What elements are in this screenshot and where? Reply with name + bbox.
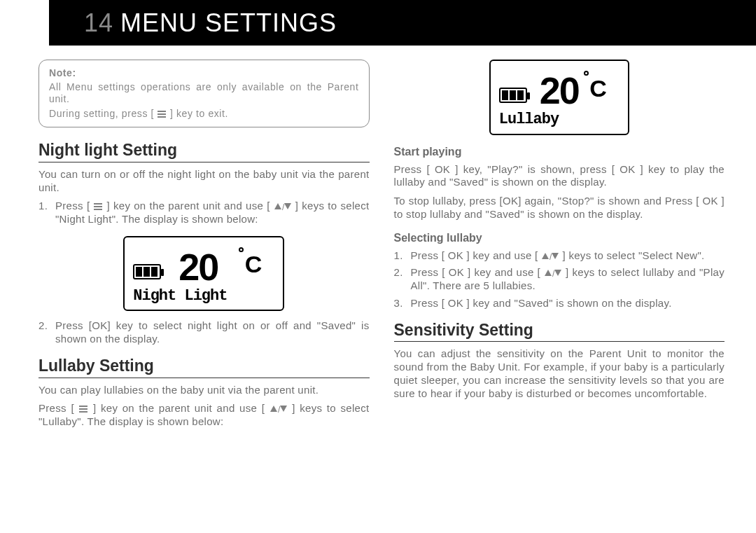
- page-title: MENU SETTINGS: [120, 7, 337, 39]
- start-playing-p1: Press [ OK ] key, "Play?" is shown, pres…: [394, 163, 725, 190]
- lullaby-instruction: Press [ ] key on the parent unit and use…: [38, 402, 370, 429]
- menu-key-icon: [157, 110, 167, 118]
- menu-key-icon: [93, 202, 103, 211]
- selecting-lullaby-steps: Press [ OK ] key and use [ / ] keys to s…: [394, 249, 725, 310]
- degree-icon: [239, 247, 244, 252]
- lcd-display-lullaby: 20 C Lullaby: [394, 60, 725, 135]
- svg-marker-15: [542, 253, 549, 259]
- note-box: Note: All Menu settings operations are o…: [38, 60, 370, 127]
- menu-key-icon: [78, 405, 88, 413]
- up-down-key-icon: /: [274, 202, 292, 211]
- list-item: Press [ OK ] key and use [ / ] keys to s…: [394, 249, 725, 263]
- night-light-steps: Press [ ] key on the parent unit and use…: [38, 200, 370, 226]
- lcd-temperature: 20: [540, 75, 579, 107]
- degree-icon: [584, 71, 589, 76]
- list-item: Press [OK] key to select night light on …: [38, 319, 370, 346]
- svg-marker-17: [552, 253, 559, 259]
- svg-marker-6: [274, 203, 281, 209]
- up-down-key-icon: /: [270, 405, 288, 413]
- sensitivity-heading: Sensitivity Setting: [394, 320, 725, 342]
- list-item: Press [ OK ] key and "Saved" is shown on…: [394, 297, 725, 310]
- lullaby-heading: Lullaby Setting: [38, 356, 370, 378]
- start-playing-p2: To stop lullaby, press [OK] again, "Stop…: [394, 195, 725, 221]
- svg-text:/: /: [282, 202, 285, 211]
- up-down-key-icon: /: [544, 269, 562, 277]
- svg-marker-14: [280, 406, 287, 412]
- list-item: Press [ ] key on the parent unit and use…: [38, 200, 370, 226]
- svg-text:/: /: [550, 252, 552, 261]
- lcd-temperature: 20: [178, 251, 218, 284]
- svg-marker-18: [545, 270, 552, 276]
- header-bar: 14 MENU SETTINGS: [49, 0, 756, 46]
- list-item: Press [ OK ] key and use [ / ] keys to s…: [394, 266, 725, 293]
- sensitivity-intro: You can adjust the sensitivity on the Pa…: [394, 347, 725, 400]
- night-light-heading: Night light Setting: [38, 140, 370, 162]
- selecting-lullaby-heading: Selecting lullaby: [394, 231, 725, 245]
- svg-text:/: /: [552, 269, 555, 277]
- night-light-intro: You can turn on or off the night light o…: [38, 168, 370, 195]
- note-text-1: All Menu settings operations are only av…: [49, 81, 359, 106]
- page-number: 14: [84, 7, 113, 39]
- svg-marker-12: [270, 406, 277, 412]
- lullaby-intro: You can play lullabies on the baby unit …: [38, 384, 370, 397]
- note-text-2: During setting, press [ ] key to exit.: [49, 108, 359, 120]
- svg-marker-20: [554, 270, 561, 276]
- lcd-unit: C: [589, 74, 607, 104]
- lcd-menu-text: Night Light: [133, 286, 274, 306]
- lcd-display-night-light: 20 C Night Light: [38, 236, 370, 312]
- svg-marker-8: [284, 203, 291, 209]
- lcd-menu-text: Lullaby: [499, 110, 620, 130]
- night-light-steps-2: Press [OK] key to select night light on …: [38, 319, 370, 346]
- note-label: Note:: [49, 67, 359, 80]
- up-down-key-icon: /: [541, 252, 559, 261]
- battery-icon: [133, 264, 161, 279]
- battery-icon: [499, 88, 527, 103]
- start-playing-heading: Start playing: [394, 145, 725, 159]
- lcd-unit: C: [245, 249, 262, 279]
- svg-text:/: /: [278, 405, 281, 413]
